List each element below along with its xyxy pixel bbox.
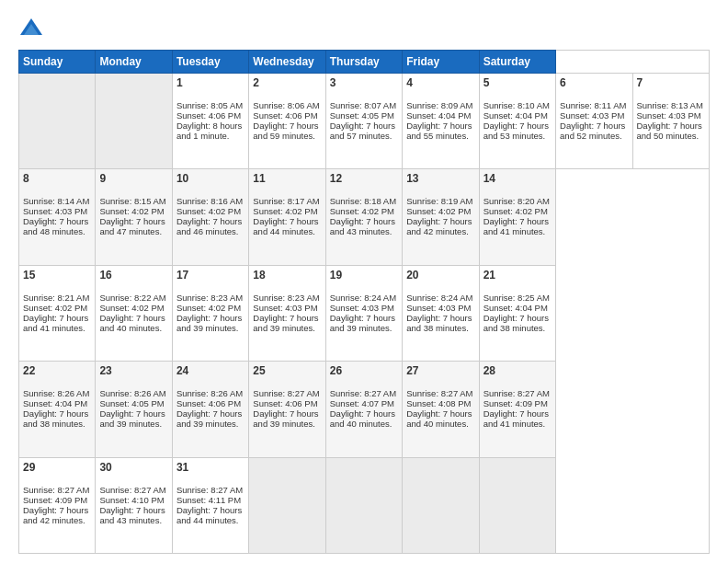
daylight-text: Daylight: 7 hours and 47 minutes. <box>99 216 165 236</box>
calendar-cell: 29Sunrise: 8:27 AMSunset: 4:09 PMDayligh… <box>19 457 96 553</box>
sunset-text: Sunset: 4:02 PM <box>330 206 394 216</box>
daylight-text: Daylight: 7 hours and 50 minutes. <box>637 121 702 141</box>
sunrise-text: Sunrise: 8:24 AM <box>330 293 396 303</box>
calendar-header-row: SundayMondayTuesdayWednesdayThursdayFrid… <box>19 51 710 74</box>
weekday-header-friday: Friday <box>403 51 479 74</box>
day-number: 2 <box>253 76 321 89</box>
calendar-cell <box>403 457 479 553</box>
daylight-text: Daylight: 7 hours and 52 minutes. <box>560 121 625 141</box>
sunset-text: Sunset: 4:02 PM <box>23 303 87 313</box>
calendar-week-4: 22Sunrise: 8:26 AMSunset: 4:04 PMDayligh… <box>19 362 710 457</box>
day-number: 18 <box>253 269 321 282</box>
calendar-cell: 19Sunrise: 8:24 AMSunset: 4:03 PMDayligh… <box>325 265 402 361</box>
day-number: 9 <box>99 172 167 185</box>
calendar-cell: 18Sunrise: 8:23 AMSunset: 4:03 PMDayligh… <box>249 265 325 361</box>
daylight-text: Daylight: 7 hours and 41 minutes. <box>483 216 549 236</box>
calendar-week-1: 1Sunrise: 8:05 AMSunset: 4:06 PMDaylight… <box>19 74 710 169</box>
calendar-cell: 20Sunrise: 8:24 AMSunset: 4:03 PMDayligh… <box>403 265 479 361</box>
sunset-text: Sunset: 4:02 PM <box>176 206 241 216</box>
calendar-cell: 5Sunrise: 8:10 AMSunset: 4:04 PMDaylight… <box>479 74 555 169</box>
day-number: 16 <box>99 269 167 282</box>
day-number: 4 <box>406 76 474 89</box>
calendar-cell: 9Sunrise: 8:15 AMSunset: 4:02 PMDaylight… <box>96 169 172 265</box>
day-number: 8 <box>23 172 91 185</box>
weekday-header-wednesday: Wednesday <box>249 51 325 74</box>
header <box>18 15 710 40</box>
sunrise-text: Sunrise: 8:06 AM <box>253 100 319 110</box>
sunrise-text: Sunrise: 8:27 AM <box>23 485 89 495</box>
day-number: 23 <box>99 364 167 377</box>
sunset-text: Sunset: 4:04 PM <box>483 303 548 313</box>
daylight-text: Daylight: 7 hours and 41 minutes. <box>23 313 88 333</box>
calendar-cell: 15Sunrise: 8:21 AMSunset: 4:02 PMDayligh… <box>19 265 96 361</box>
calendar-cell: 31Sunrise: 8:27 AMSunset: 4:11 PMDayligh… <box>172 457 248 553</box>
calendar-cell: 13Sunrise: 8:19 AMSunset: 4:02 PMDayligh… <box>403 169 479 265</box>
sunrise-text: Sunrise: 8:17 AM <box>253 196 319 206</box>
sunset-text: Sunset: 4:02 PM <box>99 303 164 313</box>
sunset-text: Sunset: 4:05 PM <box>330 110 394 121</box>
weekday-header-saturday: Saturday <box>479 51 555 74</box>
weekday-header-monday: Monday <box>96 51 172 74</box>
sunrise-text: Sunrise: 8:22 AM <box>99 293 165 303</box>
calendar-cell: 1Sunrise: 8:05 AMSunset: 4:06 PMDaylight… <box>172 74 248 169</box>
daylight-text: Daylight: 7 hours and 43 minutes. <box>99 505 165 525</box>
daylight-text: Daylight: 7 hours and 38 minutes. <box>406 313 472 333</box>
daylight-text: Daylight: 7 hours and 46 minutes. <box>176 216 242 236</box>
sunrise-text: Sunrise: 8:27 AM <box>483 388 550 398</box>
sunrise-text: Sunrise: 8:27 AM <box>406 388 472 398</box>
sunrise-text: Sunrise: 8:27 AM <box>99 485 165 495</box>
day-number: 26 <box>330 364 398 377</box>
day-number: 15 <box>23 269 91 282</box>
calendar-cell: 16Sunrise: 8:22 AMSunset: 4:02 PMDayligh… <box>96 265 172 361</box>
calendar-cell: 17Sunrise: 8:23 AMSunset: 4:02 PMDayligh… <box>172 265 248 361</box>
day-number: 30 <box>99 461 167 474</box>
weekday-header-sunday: Sunday <box>19 51 96 74</box>
day-number: 6 <box>560 76 628 89</box>
sunrise-text: Sunrise: 8:18 AM <box>330 196 396 206</box>
sunset-text: Sunset: 4:03 PM <box>637 110 701 121</box>
daylight-text: Daylight: 8 hours and 1 minute. <box>176 121 242 141</box>
sunrise-text: Sunrise: 8:24 AM <box>406 293 472 303</box>
calendar-cell: 2Sunrise: 8:06 AMSunset: 4:06 PMDaylight… <box>249 74 325 169</box>
day-number: 29 <box>23 461 91 474</box>
sunrise-text: Sunrise: 8:27 AM <box>176 485 243 495</box>
sunset-text: Sunset: 4:03 PM <box>23 206 87 216</box>
calendar-cell: 3Sunrise: 8:07 AMSunset: 4:05 PMDaylight… <box>325 74 402 169</box>
calendar-cell: 30Sunrise: 8:27 AMSunset: 4:10 PMDayligh… <box>96 457 172 553</box>
sunrise-text: Sunrise: 8:14 AM <box>23 196 89 206</box>
sunset-text: Sunset: 4:08 PM <box>406 398 471 408</box>
day-number: 11 <box>253 172 321 185</box>
sunset-text: Sunset: 4:03 PM <box>330 303 394 313</box>
calendar-week-2: 8Sunrise: 8:14 AMSunset: 4:03 PMDaylight… <box>19 169 710 265</box>
calendar-cell <box>325 457 402 553</box>
sunset-text: Sunset: 4:09 PM <box>483 398 548 408</box>
weekday-header-tuesday: Tuesday <box>172 51 248 74</box>
calendar-cell: 23Sunrise: 8:26 AMSunset: 4:05 PMDayligh… <box>96 362 172 457</box>
day-number: 27 <box>406 364 474 377</box>
calendar-cell: 4Sunrise: 8:09 AMSunset: 4:04 PMDaylight… <box>403 74 479 169</box>
day-number: 1 <box>176 76 245 89</box>
sunrise-text: Sunrise: 8:09 AM <box>406 100 472 110</box>
daylight-text: Daylight: 7 hours and 39 minutes. <box>253 408 318 429</box>
day-number: 5 <box>483 76 552 89</box>
sunset-text: Sunset: 4:06 PM <box>253 398 317 408</box>
sunrise-text: Sunrise: 8:13 AM <box>637 100 703 110</box>
sunrise-text: Sunrise: 8:11 AM <box>560 100 626 110</box>
calendar-cell: 26Sunrise: 8:27 AMSunset: 4:07 PMDayligh… <box>325 362 402 457</box>
sunrise-text: Sunrise: 8:23 AM <box>176 293 243 303</box>
sunrise-text: Sunrise: 8:05 AM <box>176 100 243 110</box>
calendar-cell: 8Sunrise: 8:14 AMSunset: 4:03 PMDaylight… <box>19 169 96 265</box>
sunset-text: Sunset: 4:06 PM <box>253 110 317 121</box>
daylight-text: Daylight: 7 hours and 39 minutes. <box>330 313 395 333</box>
sunset-text: Sunset: 4:10 PM <box>99 495 164 505</box>
day-number: 10 <box>176 172 245 185</box>
daylight-text: Daylight: 7 hours and 44 minutes. <box>253 216 318 236</box>
daylight-text: Daylight: 7 hours and 44 minutes. <box>176 505 242 525</box>
calendar-cell <box>19 74 96 169</box>
sunrise-text: Sunrise: 8:16 AM <box>176 196 243 206</box>
calendar-cell <box>96 74 172 169</box>
calendar-cell <box>249 457 325 553</box>
calendar-cell: 6Sunrise: 8:11 AMSunset: 4:03 PMDaylight… <box>556 74 632 169</box>
daylight-text: Daylight: 7 hours and 59 minutes. <box>253 121 318 141</box>
calendar-cell: 14Sunrise: 8:20 AMSunset: 4:02 PMDayligh… <box>479 169 555 265</box>
